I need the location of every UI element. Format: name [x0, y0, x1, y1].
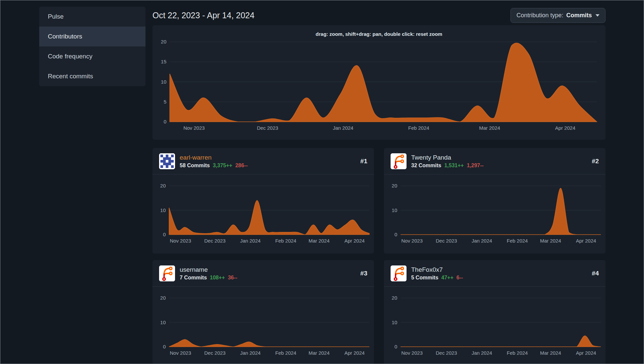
svg-text:Nov 2023: Nov 2023 [183, 125, 205, 131]
contribution-type-label: Contribution type: [516, 12, 563, 19]
commits-count: 58 Commits [180, 163, 210, 169]
contributor-header: TheFox0x7 5 Commits 47++ 6-- #4 [384, 260, 605, 287]
contributor-stats: 58 Commits 3,375++ 286-- [180, 163, 356, 169]
svg-text:Dec 2023: Dec 2023 [436, 350, 457, 356]
svg-text:Jan 2024: Jan 2024 [472, 238, 492, 244]
deletions-count: 36-- [228, 275, 237, 281]
svg-text:15: 15 [161, 59, 166, 64]
svg-text:Dec 2023: Dec 2023 [436, 238, 457, 244]
sidebar-item-recent-commits[interactable]: Recent commits [39, 66, 145, 86]
svg-text:Mar 2024: Mar 2024 [540, 350, 561, 356]
contributor-name[interactable]: username [180, 266, 356, 274]
forgejo-logo-avatar [391, 265, 407, 281]
contributor-name[interactable]: Twenty Panda [411, 154, 587, 162]
contributor-rank: #1 [360, 158, 367, 165]
commits-count: 32 Commits [411, 163, 441, 169]
contributors-activity-page: Pulse Contributors Code frequency Recent… [0, 0, 644, 364]
svg-text:20: 20 [392, 183, 397, 188]
contributor-card: Twenty Panda 32 Commits 1,531++ 1,297-- … [384, 148, 605, 254]
svg-text:Apr 2024: Apr 2024 [576, 238, 596, 244]
svg-text:Feb 2024: Feb 2024 [408, 125, 429, 131]
svg-text:Feb 2024: Feb 2024 [275, 350, 296, 356]
svg-text:Feb 2024: Feb 2024 [275, 238, 296, 244]
svg-text:Jan 2024: Jan 2024 [240, 350, 261, 356]
page-header: Oct 22, 2023 - Apr 14, 2024 Contribution… [152, 5, 605, 25]
svg-text:10: 10 [160, 320, 166, 325]
additions-count: 3,375++ [213, 163, 232, 169]
sidebar-item-code-frequency[interactable]: Code frequency [39, 46, 145, 66]
svg-text:10: 10 [392, 320, 397, 325]
chevron-down-icon [596, 14, 599, 17]
svg-text:20: 20 [392, 295, 397, 301]
svg-text:0: 0 [395, 344, 397, 349]
deletions-count: 1,297-- [467, 163, 484, 169]
commits-count: 5 Commits [411, 275, 438, 281]
contributor-card: TheFox0x7 5 Commits 47++ 6-- #4 01020Nov… [384, 260, 605, 364]
contributor-stats: 32 Commits 1,531++ 1,297-- [411, 163, 587, 169]
sidebar-item-pulse[interactable]: Pulse [39, 7, 145, 27]
contribution-type-value: Commits [566, 12, 592, 19]
earl-warren-avatar identicon-avatar[interactable] [159, 153, 175, 169]
contribution-type-dropdown[interactable]: Contribution type: Commits [510, 8, 605, 23]
svg-text:10: 10 [160, 207, 166, 213]
svg-text:5: 5 [164, 99, 166, 105]
svg-text:Dec 2023: Dec 2023 [204, 238, 226, 244]
svg-text:Nov 2023: Nov 2023 [170, 350, 191, 356]
sidebar-item-contributors[interactable]: Contributors [39, 27, 145, 46]
contributor-commits-chart[interactable]: 01020Nov 2023Dec 2023Jan 2024Feb 2024Mar… [384, 175, 605, 253]
svg-text:Dec 2023: Dec 2023 [257, 125, 278, 131]
contributor-card: earl-warren 58 Commits 3,375++ 286-- #1 … [152, 148, 374, 254]
overall-commits-chart-card: drag: zoom, shift+drag: pan, double clic… [152, 25, 605, 140]
contributor-commits-chart[interactable]: 01020Nov 2023Dec 2023Jan 2024Feb 2024Mar… [384, 287, 605, 364]
svg-text:Feb 2024: Feb 2024 [507, 238, 528, 244]
forgejo-logo-avatar [159, 265, 175, 281]
contributor-commits-chart[interactable]: 01020Nov 2023Dec 2023Jan 2024Feb 2024Mar… [152, 287, 374, 364]
svg-text:Apr 2024: Apr 2024 [344, 238, 365, 244]
commits-count: 7 Commits [180, 275, 207, 281]
svg-text:20: 20 [160, 183, 166, 188]
svg-text:Jan 2024: Jan 2024 [240, 238, 261, 244]
svg-text:Nov 2023: Nov 2023 [401, 350, 422, 356]
overall-commits-chart[interactable]: 05101520Nov 2023Dec 2023Jan 2024Feb 2024… [152, 25, 605, 140]
svg-text:Nov 2023: Nov 2023 [170, 238, 191, 244]
additions-count: 1,531++ [444, 163, 464, 169]
chart-zoom-hint: drag: zoom, shift+drag: pan, double clic… [152, 31, 605, 37]
contributor-name-link[interactable]: earl-warren [180, 154, 356, 162]
contributor-meta: earl-warren 58 Commits 3,375++ 286-- [180, 154, 356, 169]
contributor-stats: 5 Commits 47++ 6-- [411, 275, 587, 281]
svg-text:20: 20 [161, 39, 166, 44]
main-content: Oct 22, 2023 - Apr 14, 2024 Contribution… [152, 0, 644, 364]
deletions-count: 6-- [456, 275, 463, 281]
contributor-meta: username 7 Commits 108++ 36-- [180, 266, 356, 281]
deletions-count: 286-- [235, 163, 247, 169]
additions-count: 47++ [441, 275, 453, 281]
svg-text:10: 10 [392, 207, 397, 213]
svg-text:Mar 2024: Mar 2024 [540, 238, 561, 244]
svg-text:Mar 2024: Mar 2024 [479, 125, 500, 131]
svg-text:Jan 2024: Jan 2024 [472, 350, 492, 356]
svg-text:0: 0 [163, 344, 166, 349]
svg-text:Dec 2023: Dec 2023 [204, 350, 226, 356]
svg-text:0: 0 [395, 232, 397, 237]
contributor-header: username 7 Commits 108++ 36-- #3 [152, 260, 374, 287]
contributor-meta: TheFox0x7 5 Commits 47++ 6-- [411, 266, 587, 281]
contributor-header: earl-warren 58 Commits 3,375++ 286-- #1 [152, 148, 374, 175]
sidebar: Pulse Contributors Code frequency Recent… [0, 0, 152, 364]
contributor-commits-chart[interactable]: 01020Nov 2023Dec 2023Jan 2024Feb 2024Mar… [152, 175, 374, 253]
svg-text:Mar 2024: Mar 2024 [309, 238, 329, 244]
contributor-rank: #2 [592, 158, 599, 165]
svg-text:Jan 2024: Jan 2024 [333, 125, 353, 131]
svg-text:Feb 2024: Feb 2024 [507, 350, 528, 356]
contributor-stats: 7 Commits 108++ 36-- [180, 275, 356, 281]
contributor-name[interactable]: TheFox0x7 [411, 266, 587, 274]
contributor-header: Twenty Panda 32 Commits 1,531++ 1,297-- … [384, 148, 605, 175]
additions-count: 108++ [210, 275, 225, 281]
date-range-title: Oct 22, 2023 - Apr 14, 2024 [152, 11, 254, 20]
forgejo-logo-avatar [391, 153, 407, 169]
svg-text:Apr 2024: Apr 2024 [576, 350, 596, 356]
contributor-meta: Twenty Panda 32 Commits 1,531++ 1,297-- [411, 154, 587, 169]
contributor-card: username 7 Commits 108++ 36-- #3 01020No… [152, 260, 374, 364]
svg-text:Apr 2024: Apr 2024 [344, 350, 365, 356]
svg-text:0: 0 [163, 232, 166, 237]
svg-text:Mar 2024: Mar 2024 [309, 350, 329, 356]
